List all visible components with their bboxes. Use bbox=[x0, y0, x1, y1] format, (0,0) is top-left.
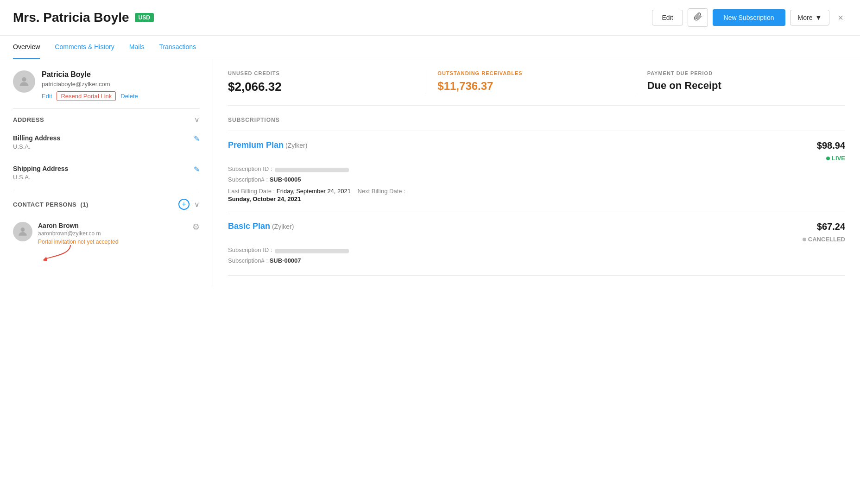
unused-credits-metric: UNUSED CREDITS $2,066.32 bbox=[228, 70, 426, 94]
address-section-header[interactable]: ADDRESS ∨ bbox=[13, 108, 200, 131]
contact-person-item: Aaron Brown aaronbrown@zylker.co m Porta… bbox=[13, 216, 200, 265]
svg-point-0 bbox=[22, 77, 26, 82]
payment-due-value: Due on Receipt bbox=[647, 80, 834, 92]
contact-persons-section-header[interactable]: CONTACT PERSONS (1) + ∨ bbox=[13, 192, 200, 216]
sub-top-basic: Basic Plan (Zylker) $67.24 CANCELLED bbox=[228, 221, 845, 243]
billing-address: Billing Address U.S.A. bbox=[13, 134, 60, 150]
sub-name-basic: Basic Plan (Zylker) bbox=[228, 221, 294, 231]
contact-persons-chevron-icon: ∨ bbox=[194, 200, 200, 209]
page-title: Mrs. Patricia Boyle bbox=[13, 10, 129, 25]
outstanding-receivables-value: $11,736.37 bbox=[437, 80, 624, 93]
close-button[interactable]: × bbox=[834, 11, 847, 25]
resend-portal-link-button[interactable]: Resend Portal Link bbox=[57, 91, 116, 101]
user-icon bbox=[18, 75, 31, 88]
billing-dates-premium: Last Billing Date : Friday, September 24… bbox=[228, 188, 845, 195]
chevron-down-icon: ▼ bbox=[815, 14, 822, 21]
sub-top-premium: Premium Plan (Zylker) $98.94 LIVE bbox=[228, 140, 845, 162]
subscriptions-label: SUBSCRIPTIONS bbox=[228, 117, 845, 123]
payment-due-metric: PAYMENT DUE PERIOD Due on Receipt bbox=[636, 70, 845, 94]
address-label: ADDRESS bbox=[13, 116, 44, 123]
billing-address-edit-icon[interactable]: ✎ bbox=[194, 134, 200, 143]
tab-overview[interactable]: Overview bbox=[13, 36, 40, 59]
subscription-card-premium: Premium Plan (Zylker) $98.94 LIVE Subscr… bbox=[228, 131, 845, 212]
shipping-address: Shipping Address U.S.A. bbox=[13, 165, 68, 181]
attach-button[interactable] bbox=[688, 8, 708, 27]
outstanding-receivables-metric: OUTSTANDING RECEIVABLES $11,736.37 bbox=[426, 70, 636, 94]
status-dot-cancelled bbox=[803, 238, 806, 241]
contact-persons-label: CONTACT PERSONS (1) bbox=[13, 201, 89, 208]
shipping-address-title: Shipping Address bbox=[13, 165, 68, 172]
person-settings-icon[interactable]: ⚙ bbox=[192, 222, 200, 232]
shipping-address-row: Shipping Address U.S.A. ✎ bbox=[13, 161, 200, 192]
contact-info: Patricia Boyle patriciaboyle@zylker.com … bbox=[42, 70, 138, 101]
contact-name: Patricia Boyle bbox=[42, 70, 138, 79]
subscription-id-blurred bbox=[275, 168, 349, 172]
tab-transactions[interactable]: Transactions bbox=[159, 36, 196, 59]
sub-id-row-premium: Subscription ID : bbox=[228, 165, 845, 174]
edit-button[interactable]: Edit bbox=[652, 10, 683, 25]
sub-number-premium: Subscription# : SUB-00005 bbox=[228, 176, 845, 183]
person-avatar bbox=[13, 222, 32, 241]
new-subscription-button[interactable]: New Subscription bbox=[713, 9, 785, 26]
next-billing-date-premium: Sunday, October 24, 2021 bbox=[228, 195, 845, 202]
person-email: aaronbrown@zylker.co m bbox=[38, 230, 118, 237]
person-info: Aaron Brown aaronbrown@zylker.co m Porta… bbox=[38, 222, 118, 259]
contact-edit-link[interactable]: Edit bbox=[42, 93, 52, 100]
left-panel: Patricia Boyle patriciaboyle@zylker.com … bbox=[0, 59, 213, 287]
contact-persons-left: CONTACT PERSONS (1) bbox=[13, 201, 89, 208]
contact-avatar bbox=[13, 70, 35, 93]
sub-company-premium: (Zylker) bbox=[285, 142, 307, 149]
sub-name-premium: Premium Plan (Zylker) bbox=[228, 140, 307, 150]
contact-persons-right: + ∨ bbox=[178, 199, 200, 210]
billing-address-title: Billing Address bbox=[13, 134, 60, 142]
tab-mails[interactable]: Mails bbox=[129, 36, 145, 59]
shipping-address-edit-icon[interactable]: ✎ bbox=[194, 165, 200, 174]
person-name: Aaron Brown bbox=[38, 222, 118, 229]
currency-badge: USD bbox=[135, 13, 154, 22]
outstanding-receivables-label: OUTSTANDING RECEIVABLES bbox=[437, 70, 624, 76]
sub-status-premium: LIVE bbox=[826, 155, 845, 162]
status-dot-live bbox=[826, 157, 830, 160]
sub-price-premium: $98.94 bbox=[817, 140, 845, 151]
payment-due-label: PAYMENT DUE PERIOD bbox=[647, 70, 834, 76]
sub-right-basic: $67.24 CANCELLED bbox=[803, 221, 845, 243]
unused-credits-value: $2,066.32 bbox=[228, 80, 415, 94]
page-header: Mrs. Patricia Boyle USD Edit New Subscri… bbox=[0, 0, 860, 36]
address-chevron-icon: ∨ bbox=[194, 115, 200, 124]
subscriptions-section: SUBSCRIPTIONS Premium Plan (Zylker) $98.… bbox=[228, 117, 845, 276]
contact-actions: Edit Resend Portal Link Delete bbox=[42, 91, 138, 101]
person-user-icon bbox=[17, 226, 29, 238]
right-panel: UNUSED CREDITS $2,066.32 OUTSTANDING REC… bbox=[213, 59, 860, 287]
sub-status-basic: CANCELLED bbox=[803, 236, 845, 243]
metrics-row: UNUSED CREDITS $2,066.32 OUTSTANDING REC… bbox=[228, 70, 845, 106]
shipping-address-value: U.S.A. bbox=[13, 174, 68, 181]
arrow-icon bbox=[43, 243, 80, 261]
more-button[interactable]: More ▼ bbox=[790, 10, 830, 25]
svg-marker-2 bbox=[43, 257, 47, 261]
billing-address-row: Billing Address U.S.A. ✎ bbox=[13, 131, 200, 161]
subscription-card-basic: Basic Plan (Zylker) $67.24 CANCELLED Sub… bbox=[228, 212, 845, 276]
sub-id-row-basic: Subscription ID : bbox=[228, 246, 845, 255]
subscription-id-blurred-basic bbox=[275, 249, 349, 253]
sub-right-premium: $98.94 LIVE bbox=[817, 140, 845, 162]
sub-company-basic: (Zylker) bbox=[272, 223, 294, 230]
contact-email: patriciaboyle@zylker.com bbox=[42, 81, 138, 88]
main-content: Patricia Boyle patriciaboyle@zylker.com … bbox=[0, 59, 860, 287]
billing-address-value: U.S.A. bbox=[13, 143, 60, 150]
unused-credits-label: UNUSED CREDITS bbox=[228, 70, 415, 76]
arrow-annotation bbox=[38, 245, 118, 259]
sub-price-basic: $67.24 bbox=[817, 221, 845, 232]
contact-delete-link[interactable]: Delete bbox=[120, 93, 138, 100]
tab-bar: Overview Comments & History Mails Transa… bbox=[0, 36, 860, 59]
contact-header: Patricia Boyle patriciaboyle@zylker.com … bbox=[13, 70, 200, 101]
add-contact-person-button[interactable]: + bbox=[178, 199, 190, 210]
tab-comments-history[interactable]: Comments & History bbox=[55, 36, 114, 59]
sub-number-basic: Subscription# : SUB-00007 bbox=[228, 257, 845, 264]
header-actions: Edit New Subscription More ▼ × bbox=[652, 8, 847, 27]
svg-point-1 bbox=[21, 227, 25, 232]
